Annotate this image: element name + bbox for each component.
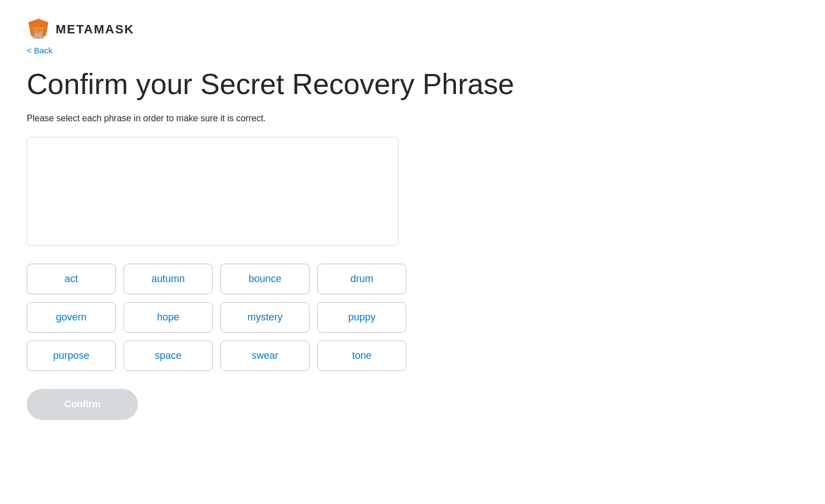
logo-text: METAMASK [56, 22, 134, 37]
word-btn-space[interactable]: space [124, 340, 213, 371]
word-btn-puppy[interactable]: puppy [317, 302, 406, 333]
word-grid: act autumn bounce drum govern hope myste… [27, 264, 399, 371]
metamask-fox-icon [27, 18, 50, 41]
word-btn-drum[interactable]: drum [317, 264, 406, 294]
page-container: METAMASK < Back Confirm your Secret Reco… [0, 0, 825, 438]
word-btn-purpose[interactable]: purpose [27, 340, 116, 371]
word-btn-act[interactable]: act [27, 264, 116, 294]
word-btn-swear[interactable]: swear [220, 340, 310, 371]
word-btn-govern[interactable]: govern [27, 302, 116, 333]
confirm-button[interactable]: Confirm [27, 389, 138, 420]
svg-point-11 [41, 29, 43, 31]
logo-container: METAMASK [27, 18, 134, 41]
word-btn-tone[interactable]: tone [317, 340, 406, 371]
back-button[interactable]: < Back [27, 46, 798, 55]
svg-point-10 [34, 29, 36, 31]
header: METAMASK [27, 18, 798, 41]
word-btn-mystery[interactable]: mystery [220, 302, 310, 333]
word-btn-bounce[interactable]: bounce [220, 264, 310, 294]
phrase-drop-area[interactable] [27, 137, 399, 246]
page-title: Confirm your Secret Recovery Phrase [27, 68, 798, 100]
word-btn-autumn[interactable]: autumn [124, 264, 213, 294]
word-btn-hope[interactable]: hope [124, 302, 213, 333]
subtitle: Please select each phrase in order to ma… [27, 113, 798, 123]
